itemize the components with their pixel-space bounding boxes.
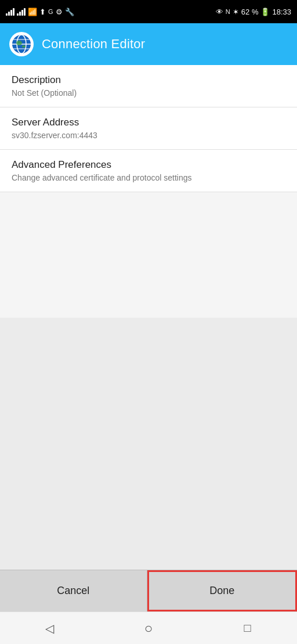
app-bar-title: Connection Editor (42, 37, 145, 52)
wifi-icon: 📶 (28, 8, 37, 16)
nav-bar: ◁ ○ □ (0, 611, 297, 644)
svg-point-5 (16, 41, 22, 45)
done-button[interactable]: Done (147, 570, 298, 611)
recents-nav-button[interactable]: □ (240, 620, 256, 636)
home-nav-button[interactable]: ○ (140, 620, 157, 636)
g-icon: G (48, 8, 53, 15)
wrench-icon: 🔧 (65, 8, 74, 16)
clock: 18:33 (272, 8, 291, 16)
signal-icon (6, 8, 15, 16)
back-nav-button[interactable]: ◁ (41, 620, 57, 636)
advanced-preferences-subtitle: Change advanced certificate and protocol… (12, 173, 285, 182)
app-bar: Connection Editor (0, 23, 297, 65)
status-bar-right: 👁 N ✶ 62 % 🔋 18:33 (216, 8, 291, 16)
battery-icon: 🔋 (260, 8, 270, 16)
description-item[interactable]: Description Not Set (Optional) (0, 65, 297, 107)
server-address-subtitle: sv30.fzserver.com:4443 (12, 131, 285, 140)
bluetooth-icon: ✶ (233, 8, 239, 16)
battery-percent: 62 % (241, 8, 259, 16)
server-address-title: Server Address (12, 117, 285, 128)
settings-icon: ⚙ (56, 8, 63, 16)
svg-point-6 (22, 45, 26, 48)
spacer (0, 318, 297, 570)
signal-icon-2 (17, 8, 26, 16)
content-area: Description Not Set (Optional) Server Ad… (0, 65, 297, 318)
advanced-preferences-title: Advanced Preferences (12, 159, 285, 171)
upload-icon: ⬆ (39, 8, 46, 16)
status-bar: 📶 ⬆ G ⚙ 🔧 👁 N ✶ 62 % 🔋 18:33 (0, 0, 297, 23)
home-icon: ○ (144, 620, 153, 636)
server-address-item[interactable]: Server Address sv30.fzserver.com:4443 (0, 107, 297, 150)
advanced-preferences-item[interactable]: Advanced Preferences Change advanced cer… (0, 150, 297, 192)
eye-icon: 👁 (216, 8, 223, 16)
recents-icon: □ (244, 621, 251, 635)
back-icon: ◁ (45, 621, 54, 635)
description-subtitle: Not Set (Optional) (12, 88, 285, 98)
status-bar-left: 📶 ⬆ G ⚙ 🔧 (6, 8, 74, 16)
app-logo (9, 32, 34, 56)
description-title: Description (12, 74, 285, 86)
cancel-button[interactable]: Cancel (0, 570, 147, 611)
nfc-icon: N (226, 8, 230, 15)
bottom-buttons: Cancel Done (0, 570, 297, 611)
